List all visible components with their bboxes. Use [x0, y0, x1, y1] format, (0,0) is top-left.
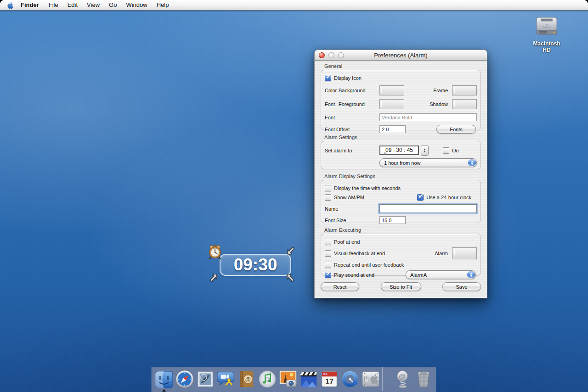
time-stepper[interactable]: ▲▼ — [421, 145, 429, 156]
group-alarm-settings: Set alarm to 09 : 30 : 45 ▲▼ On ^ 1 hour… — [321, 141, 481, 169]
menu-item-finder[interactable]: Finder — [16, 0, 44, 10]
dock-icon-ichat[interactable] — [215, 368, 236, 391]
size-to-fit-button[interactable]: Size to Fit — [381, 282, 421, 291]
resize-handle-top-right[interactable] — [287, 246, 296, 256]
popup-arrows-icon — [468, 159, 476, 166]
font-offset-label: Font Offset — [325, 127, 379, 132]
alarm-on-checkbox[interactable] — [443, 147, 449, 154]
alarm-sound-value: AlarmA — [410, 272, 427, 278]
foreground-label: Foreground — [339, 101, 379, 107]
menu-item-edit[interactable]: Edit — [63, 0, 82, 10]
seconds-checkbox[interactable] — [325, 185, 331, 191]
ampm-label: Show AM/PM — [334, 195, 388, 200]
dock: @ — [152, 367, 435, 392]
font-label: Font — [325, 101, 339, 107]
svg-text:@: @ — [245, 376, 250, 383]
dock-icon-at-spring[interactable]: @ — [392, 368, 413, 391]
minimize-button[interactable] — [328, 52, 334, 58]
alarm-color-well[interactable] — [452, 247, 477, 259]
zoom-button[interactable] — [338, 52, 344, 58]
alarm-preset-value: 1 hour from now — [384, 160, 420, 166]
dock-icon-trash[interactable] — [413, 368, 434, 391]
section-label-alarm-display: Alarm Display Settings — [324, 174, 481, 179]
ampm-checkbox[interactable] — [325, 194, 331, 201]
name-input[interactable] — [379, 204, 477, 213]
close-button[interactable] — [319, 52, 325, 58]
alarm-clock-icon[interactable] — [207, 244, 223, 262]
frame-label: Frame — [433, 88, 448, 93]
group-alarm-executing: Poof at end Visual feedback at end Alarm… — [321, 234, 481, 276]
font-offset-field[interactable]: 2.0 — [379, 125, 406, 133]
poof-label: Poof at end — [334, 239, 360, 245]
alarm-well-label: Alarm — [435, 251, 448, 256]
svg-text:JUL: JUL — [323, 373, 328, 375]
resize-handle-bottom-left[interactable] — [208, 273, 218, 282]
preferences-window: Preferences (Alarm) General Display Icon… — [314, 50, 487, 298]
popup-arrows-icon — [467, 271, 475, 278]
font-name-field[interactable]: Verdana Bold — [379, 113, 477, 121]
time-segment-marker: ^ — [384, 152, 386, 157]
play-sound-label: Play sound at end — [334, 272, 374, 278]
play-sound-checkbox[interactable] — [325, 272, 331, 278]
shadow-color-well[interactable] — [452, 99, 477, 109]
poof-checkbox[interactable] — [325, 239, 331, 245]
background-color-well[interactable] — [379, 85, 404, 95]
dock-icon-iphoto[interactable] — [277, 368, 298, 391]
menu-item-view[interactable]: View — [82, 0, 104, 10]
visual-feedback-label: Visual feedback at end — [334, 251, 385, 256]
dock-divider — [382, 367, 382, 391]
menu-item-help[interactable]: Help — [152, 0, 174, 10]
hard-drive-icon — [533, 14, 560, 38]
clock-time-text: 09:30 — [220, 255, 290, 275]
background-label: Background — [339, 88, 379, 93]
resize-handle-bottom-right[interactable] — [286, 273, 296, 282]
screen-corner — [0, 0, 5, 5]
group-alarm-display: Display the time with seconds Show AM/PM… — [321, 180, 481, 223]
dock-icon-finder[interactable] — [153, 368, 174, 391]
frame-color-well[interactable] — [452, 85, 477, 95]
name-label: Name — [325, 206, 379, 212]
fonts-button[interactable]: Fonts — [436, 125, 476, 134]
alarm-preset-popup[interactable]: 1 hour from now — [379, 158, 477, 167]
clock24-checkbox[interactable] — [417, 194, 424, 201]
dock-icon-mail[interactable] — [195, 368, 215, 391]
foreground-color-well[interactable] — [379, 99, 404, 109]
group-general: Display Icon Color Background Frame Font… — [321, 70, 481, 130]
dock-icon-system-preferences[interactable] — [360, 368, 381, 391]
visual-feedback-checkbox[interactable] — [325, 250, 331, 257]
color-label: Color — [325, 88, 339, 93]
window-titlebar[interactable]: Preferences (Alarm) — [315, 50, 487, 61]
section-label-alarm-settings: Alarm Settings — [324, 134, 481, 140]
repeat-label: Repeat end until user feedback — [334, 262, 404, 268]
section-label-alarm-executing: Alarm Executing — [324, 227, 481, 233]
dock-icon-imovie[interactable] — [298, 368, 319, 391]
set-alarm-label: Set alarm to — [325, 148, 379, 153]
menu-bar: Finder File Edit View Go Window Help — [0, 0, 588, 11]
dock-icon-itunes[interactable] — [257, 368, 277, 391]
display-icon-checkbox[interactable] — [325, 75, 331, 81]
display-icon-label: Display Icon — [334, 75, 362, 81]
clock-widget[interactable]: 09:30 — [220, 254, 291, 276]
dock-icon-ical[interactable]: JUL 17 — [319, 368, 339, 391]
apple-menu[interactable] — [5, 0, 16, 10]
section-label-general: General — [324, 63, 481, 69]
save-button[interactable]: Save — [442, 282, 481, 291]
shadow-label: Shadow — [430, 101, 448, 107]
menu-item-file[interactable]: File — [44, 0, 63, 10]
reset-button[interactable]: Reset — [321, 282, 359, 291]
menu-item-window[interactable]: Window — [121, 0, 152, 10]
repeat-checkbox[interactable] — [325, 262, 331, 268]
desktop-icon-label: Macintosh HD — [529, 40, 564, 53]
desktop-icon-macintosh-hd[interactable]: Macintosh HD — [529, 14, 564, 53]
menu-item-go[interactable]: Go — [104, 0, 121, 10]
clock24-label: Use a 24-hour clock — [426, 195, 471, 200]
font-size-field[interactable]: 15.0 — [379, 216, 406, 224]
alarm-sound-popup[interactable]: AlarmA — [406, 270, 476, 279]
desktop-wallpaper: Finder File Edit View Go Window Help Mac… — [0, 0, 588, 392]
dock-icon-safari[interactable] — [174, 368, 195, 391]
font-field-label: Font — [325, 115, 379, 120]
dock-icon-address-book[interactable]: @ — [236, 368, 257, 391]
apple-logo-icon — [7, 1, 14, 9]
seconds-label: Display the time with seconds — [334, 185, 401, 191]
dock-icon-quicktime[interactable] — [339, 368, 360, 391]
